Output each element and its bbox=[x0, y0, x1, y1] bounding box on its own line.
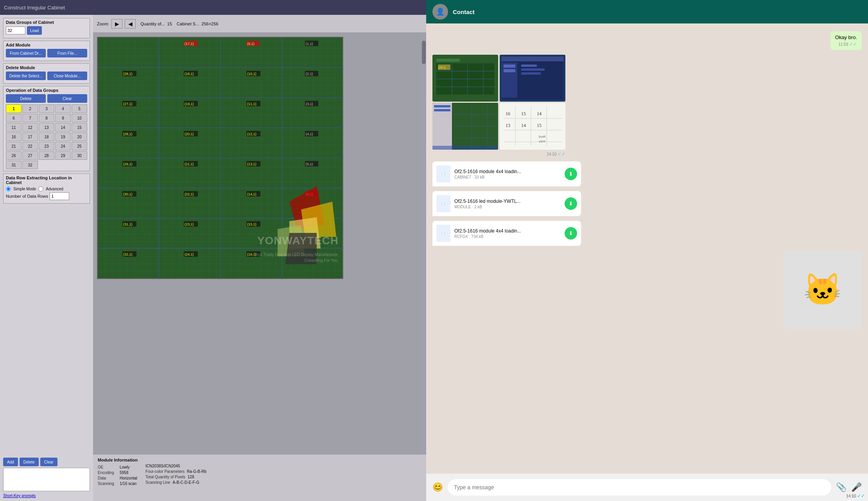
add-module-section: Add Module From Cabinet Dr... From File.… bbox=[3, 41, 90, 61]
delete-selected-button[interactable]: Delete the Select... bbox=[6, 72, 46, 80]
num-btn-9[interactable]: 9 bbox=[55, 114, 71, 122]
num-btn-20[interactable]: 20 bbox=[72, 132, 87, 141]
svg-text:13: 13 bbox=[506, 123, 510, 128]
num-btn-30[interactable]: 30 bbox=[72, 151, 87, 160]
num-btn-22[interactable]: 22 bbox=[22, 142, 38, 150]
num-btn-18[interactable]: 18 bbox=[39, 132, 54, 141]
svg-rect-104 bbox=[432, 146, 498, 150]
delete-bottom-button[interactable]: Delete bbox=[20, 458, 39, 466]
file-icon-2: 📄 bbox=[436, 195, 450, 212]
num-btn-25[interactable]: 25 bbox=[72, 142, 87, 150]
num-btn-29[interactable]: 29 bbox=[55, 151, 71, 160]
num-btn-11[interactable]: 11 bbox=[6, 123, 22, 132]
download-btn-1[interactable]: ⬇ bbox=[565, 168, 577, 180]
num-rows-label: Number of Data Rows bbox=[6, 194, 48, 199]
num-btn-19[interactable]: 19 bbox=[55, 132, 71, 141]
image-group-message: (28,1) bbox=[432, 55, 565, 157]
svg-text:(28,1): (28,1) bbox=[123, 132, 133, 136]
num-btn-27[interactable]: 27 bbox=[22, 151, 38, 160]
grid-canvas[interactable]: (17,1) (9,1) (1,1) (28,1) (18,1) (10,1) bbox=[97, 37, 343, 279]
svg-text:(16,1): (16,1) bbox=[247, 252, 256, 256]
num-btn-2[interactable]: 2 bbox=[22, 104, 38, 113]
thumb-2[interactable] bbox=[500, 55, 565, 102]
num-btn-1[interactable]: 1 bbox=[6, 104, 22, 113]
num-btn-31[interactable]: 31 bbox=[6, 161, 22, 169]
wa-chat-area[interactable]: Okay bro. 11:59 ✓✓ bbox=[426, 23, 868, 474]
add-bottom-button[interactable]: Add bbox=[3, 458, 18, 466]
num-btn-14[interactable]: 14 bbox=[55, 123, 71, 132]
file-name-3: Of2.5-1616 module 4x4 loadin... bbox=[454, 228, 561, 234]
clear-bottom-button[interactable]: Clear bbox=[40, 458, 57, 466]
vertical-scrollbar[interactable] bbox=[421, 33, 426, 454]
load-button[interactable]: Load bbox=[27, 26, 42, 35]
from-cabinet-button[interactable]: From Cabinet Dr... bbox=[6, 49, 46, 57]
simple-mode-radio[interactable] bbox=[6, 186, 11, 191]
thumb-3[interactable] bbox=[432, 103, 498, 150]
download-btn-3[interactable]: ⬇ bbox=[565, 227, 577, 240]
okay-time: 11:59 bbox=[838, 42, 848, 47]
from-file-button[interactable]: From File... bbox=[47, 49, 87, 57]
num-btn-3[interactable]: 3 bbox=[39, 104, 54, 113]
image-grid: (28,1) bbox=[432, 55, 565, 150]
mic-icon[interactable]: 🎤 bbox=[851, 482, 862, 492]
num-btn-13[interactable]: 13 bbox=[39, 123, 54, 132]
window-titlebar: Construct Irregular Cabinet bbox=[0, 0, 426, 15]
file-size-2: 2 kB bbox=[474, 205, 482, 209]
num-btn-24[interactable]: 24 bbox=[55, 142, 71, 150]
delete-operation-button[interactable]: Delete bbox=[6, 94, 46, 103]
svg-text:(9,1): (9,1) bbox=[247, 42, 255, 46]
num-btn-8[interactable]: 8 bbox=[39, 114, 54, 122]
num-btn-26[interactable]: 26 bbox=[6, 151, 22, 160]
num-btn-21[interactable]: 21 bbox=[6, 142, 22, 150]
svg-rect-93 bbox=[504, 69, 515, 72]
module-info-title: Module Information bbox=[98, 458, 138, 462]
num-btn-10[interactable]: 10 bbox=[72, 114, 87, 122]
data-groups-section: Data Groups of Cabinet Load bbox=[3, 18, 90, 38]
data-groups-input[interactable] bbox=[6, 27, 25, 34]
file-name-1: Of2.5-1616 module 4x4 loadin... bbox=[454, 169, 561, 174]
svg-text:15: 15 bbox=[537, 123, 542, 128]
num-btn-17[interactable]: 17 bbox=[22, 132, 38, 141]
software-panel: Construct Irregular Cabinet Data Groups … bbox=[0, 0, 426, 501]
num-btn-15[interactable]: 15 bbox=[72, 123, 87, 132]
shortkey-link[interactable]: Short-Key prompts bbox=[3, 494, 90, 498]
operation-section: Operation of Data Groups Delete Clear 1 … bbox=[3, 86, 90, 171]
zoom-out-button[interactable]: ◀ bbox=[125, 19, 136, 29]
advanced-radio[interactable] bbox=[38, 186, 43, 191]
left-sidebar: Data Groups of Cabinet Load Add Module F… bbox=[0, 15, 93, 501]
svg-text:(12,1): (12,1) bbox=[247, 132, 256, 136]
canvas-container[interactable]: (17,1) (9,1) (1,1) (28,1) (18,1) (10,1) bbox=[93, 33, 426, 454]
num-btn-12[interactable]: 12 bbox=[22, 123, 38, 132]
num-btn-5[interactable]: 5 bbox=[72, 104, 87, 113]
num-btn-23[interactable]: 23 bbox=[39, 142, 54, 150]
thumb-1[interactable]: (28,1) bbox=[432, 55, 498, 102]
bottom-controls: Add Delete Clear Short-Key prompts bbox=[3, 456, 90, 498]
attach-icon[interactable]: 📎 bbox=[836, 482, 846, 492]
scroll-thumb[interactable] bbox=[422, 41, 426, 64]
num-btn-6[interactable]: 6 bbox=[6, 114, 22, 122]
emoji-icon[interactable]: 😊 bbox=[432, 482, 443, 492]
operation-label: Operation of Data Groups bbox=[6, 88, 87, 93]
file-type-2: MODULE bbox=[454, 205, 471, 209]
num-btn-4[interactable]: 4 bbox=[55, 104, 71, 113]
scanning-line-label: Scanning Line bbox=[145, 480, 170, 485]
zoom-in-button[interactable]: ▶ bbox=[111, 19, 122, 29]
svg-rect-87 bbox=[502, 63, 517, 98]
svg-text:(18,1): (18,1) bbox=[185, 72, 194, 76]
thumb-4[interactable]: 16 15 14 13 14 15 front view bbox=[500, 103, 565, 150]
close-module-button[interactable]: Close Module... bbox=[47, 72, 87, 80]
num-btn-28[interactable]: 28 bbox=[39, 151, 54, 160]
notes-textarea[interactable] bbox=[3, 468, 90, 491]
data-groups-label: Data Groups of Cabinet bbox=[6, 20, 87, 25]
num-rows-input[interactable] bbox=[50, 192, 69, 200]
file-icon-1: 📄 bbox=[436, 165, 450, 183]
data-label: Data bbox=[98, 476, 117, 480]
num-btn-32[interactable]: 32 bbox=[22, 161, 38, 169]
clear-operation-button[interactable]: Clear bbox=[47, 94, 87, 103]
svg-text:view: view bbox=[538, 139, 546, 143]
num-btn-7[interactable]: 7 bbox=[22, 114, 38, 122]
download-btn-2[interactable]: ⬇ bbox=[565, 197, 577, 210]
wa-message-input[interactable] bbox=[448, 479, 831, 496]
num-btn-16[interactable]: 16 bbox=[6, 132, 22, 141]
svg-text:14: 14 bbox=[537, 111, 542, 116]
